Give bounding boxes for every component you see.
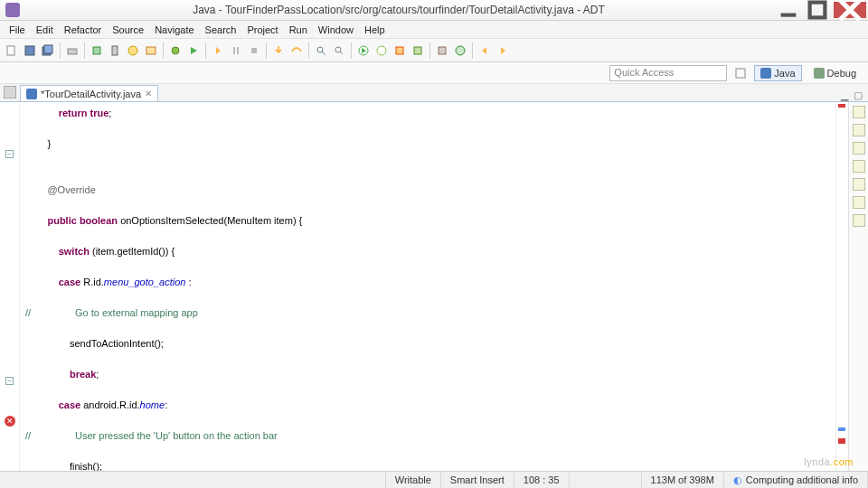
- task-list-icon[interactable]: [853, 124, 865, 136]
- svg-line-22: [340, 52, 343, 54]
- new-project-icon[interactable]: [143, 42, 159, 59]
- ruler-gutter[interactable]: − − ✕: [0, 102, 20, 485]
- fold-marker[interactable]: −: [5, 377, 14, 385]
- perspective-debug-label: Debug: [827, 68, 856, 79]
- perspective-debug[interactable]: Debug: [807, 65, 863, 81]
- minimize-button[interactable]: [776, 2, 801, 18]
- error-marker-icon[interactable]: ✕: [5, 416, 15, 427]
- back-icon[interactable]: [476, 42, 493, 59]
- step-over-icon[interactable]: [288, 42, 305, 59]
- save-icon[interactable]: [22, 42, 38, 59]
- declaration-icon[interactable]: [853, 142, 865, 155]
- resume-icon[interactable]: [210, 42, 226, 59]
- problems-icon[interactable]: [853, 214, 865, 227]
- svg-rect-5: [25, 46, 34, 55]
- svg-rect-26: [396, 47, 403, 54]
- svg-marker-14: [191, 47, 197, 54]
- properties-icon[interactable]: [853, 196, 865, 209]
- menu-refactor[interactable]: Refactor: [59, 23, 108, 37]
- menu-help[interactable]: Help: [359, 23, 391, 37]
- menu-navigate[interactable]: Navigate: [149, 23, 199, 37]
- terminate-icon[interactable]: [246, 42, 262, 59]
- editor-area: − − ✕ return true; } @Override public bo…: [0, 102, 868, 485]
- editor-tab-label: *TourDetailActivity.java: [41, 89, 141, 99]
- perspective-bar: Quick Access Java Debug: [0, 62, 868, 84]
- svg-rect-1: [810, 3, 826, 18]
- svg-rect-10: [112, 46, 118, 55]
- status-insert: Smart Insert: [441, 472, 514, 488]
- menu-run[interactable]: Run: [284, 23, 313, 37]
- status-writable: Writable: [386, 472, 441, 488]
- lint-icon[interactable]: [125, 42, 141, 59]
- open-perspective-icon[interactable]: [732, 65, 749, 81]
- menu-project[interactable]: Project: [241, 23, 283, 37]
- print-icon[interactable]: [64, 42, 80, 59]
- svg-rect-18: [251, 48, 257, 53]
- close-button[interactable]: [834, 2, 866, 18]
- menu-bar: File Edit Refactor Source Navigate Searc…: [0, 21, 868, 39]
- svg-marker-30: [482, 47, 486, 54]
- status-position: 108 : 35: [514, 472, 570, 488]
- run-last-icon[interactable]: [355, 42, 372, 59]
- fold-marker[interactable]: −: [5, 150, 14, 158]
- search-icon[interactable]: [331, 42, 347, 59]
- suspend-icon[interactable]: [228, 42, 244, 59]
- new-class-icon[interactable]: [452, 42, 468, 59]
- menu-search[interactable]: Search: [200, 23, 242, 37]
- coverage-icon[interactable]: [392, 42, 408, 59]
- svg-marker-31: [501, 47, 505, 54]
- hierarchy-icon[interactable]: [853, 178, 865, 191]
- editor-tab[interactable]: *TourDetailActivity.java ✕: [20, 85, 158, 101]
- svg-rect-8: [68, 49, 77, 54]
- step-into-icon[interactable]: [270, 42, 287, 59]
- svg-point-13: [172, 47, 179, 54]
- tab-close-icon[interactable]: ✕: [145, 89, 152, 99]
- avd-manager-icon[interactable]: [107, 42, 123, 59]
- sdk-manager-icon[interactable]: [89, 42, 105, 59]
- minimize-editor-icon[interactable]: ▁: [841, 89, 848, 101]
- svg-rect-16: [233, 47, 235, 54]
- menu-source[interactable]: Source: [107, 23, 149, 37]
- svg-rect-12: [146, 47, 156, 54]
- app-icon: [5, 3, 20, 17]
- svg-rect-9: [93, 47, 100, 54]
- new-package-icon[interactable]: [434, 42, 450, 59]
- overview-ruler[interactable]: [835, 102, 848, 485]
- svg-rect-28: [439, 47, 446, 54]
- perspective-java[interactable]: Java: [754, 65, 801, 81]
- svg-rect-17: [237, 47, 239, 54]
- menu-file[interactable]: File: [4, 23, 31, 37]
- svg-rect-4: [7, 46, 14, 55]
- status-task: ◐ Computing additional info: [724, 472, 868, 488]
- code-editor[interactable]: return true; } @Override public boolean …: [20, 102, 835, 485]
- right-toolbar: [848, 102, 868, 485]
- restore-view-icon[interactable]: [4, 86, 16, 99]
- debug-last-icon[interactable]: [373, 42, 390, 59]
- menu-edit[interactable]: Edit: [31, 23, 59, 37]
- svg-rect-27: [414, 47, 421, 54]
- java-file-icon: [26, 89, 37, 99]
- status-heap: 113M of 398M: [642, 472, 724, 488]
- run-icon[interactable]: [185, 42, 202, 59]
- svg-point-11: [128, 46, 137, 55]
- open-type-icon[interactable]: [313, 42, 329, 59]
- quick-access-input[interactable]: Quick Access: [609, 65, 727, 81]
- maximize-editor-icon[interactable]: ▢: [854, 89, 863, 101]
- perspective-java-label: Java: [774, 68, 795, 79]
- title-bar: Java - TourFinderPassLocation/src/org/ca…: [0, 0, 868, 21]
- watermark: lynda.com: [804, 444, 854, 472]
- svg-point-29: [456, 46, 465, 55]
- maximize-button[interactable]: [805, 2, 830, 18]
- forward-icon[interactable]: [495, 42, 511, 59]
- window-title: Java - TourFinderPassLocation/src/org/ca…: [24, 4, 774, 16]
- javadoc-icon[interactable]: [853, 160, 865, 173]
- save-all-icon[interactable]: [40, 42, 56, 59]
- outline-icon[interactable]: [853, 106, 865, 118]
- menu-window[interactable]: Window: [313, 23, 359, 37]
- debug-icon[interactable]: [167, 42, 184, 59]
- external-tools-icon[interactable]: [410, 42, 426, 59]
- new-icon[interactable]: [4, 42, 20, 59]
- svg-marker-15: [216, 47, 221, 54]
- toolbar: [0, 39, 868, 62]
- svg-point-25: [377, 46, 386, 55]
